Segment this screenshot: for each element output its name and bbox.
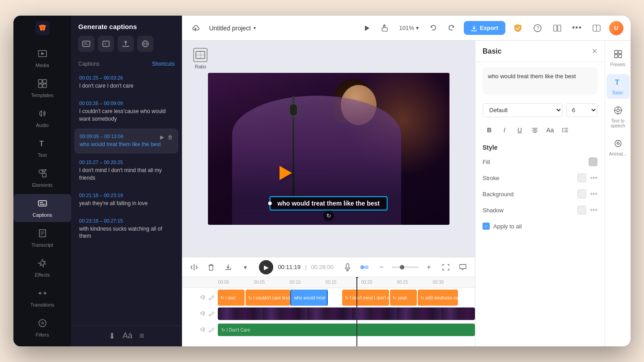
sidebar-item-captions[interactable]: Captions: [13, 194, 71, 222]
hand-tool-btn[interactable]: [378, 21, 392, 35]
sidebar-item-templates[interactable]: Templates: [13, 74, 71, 102]
track-volume-btn[interactable]: [200, 327, 206, 333]
font-case-btn[interactable]: Aa: [543, 123, 557, 137]
align-btn[interactable]: [528, 123, 542, 137]
caption-delete-btn[interactable]: 🗑: [168, 134, 173, 140]
ai-enhance-btn[interactable]: [358, 261, 371, 274]
shortcuts-link[interactable]: Shortcuts: [152, 61, 175, 67]
caption-chip[interactable]: ↻ yeah: [390, 290, 417, 306]
translate-btn[interactable]: Aá: [123, 331, 132, 341]
caption-chip[interactable]: ↻ I don': [218, 290, 245, 306]
panel-text-preview[interactable]: who would treat them like the best: [483, 67, 597, 94]
fill-color-swatch[interactable]: [589, 157, 597, 166]
play-mode-btn[interactable]: [360, 21, 374, 35]
sidebar-item-text[interactable]: T Text: [13, 134, 71, 162]
caption-chip-selected[interactable]: who would treat the...: [291, 290, 327, 306]
track-edit-btn[interactable]: [209, 327, 214, 333]
avatar[interactable]: U: [609, 21, 623, 35]
track-volume-btn[interactable]: [200, 295, 206, 301]
playhead[interactable]: [356, 277, 357, 346]
zoom-control[interactable]: 101% ▾: [396, 23, 423, 33]
sidebar-item-label: Text: [38, 152, 47, 158]
apply-all-checkbox[interactable]: ✓: [483, 223, 490, 230]
project-name[interactable]: Untitled project ▾: [209, 25, 255, 32]
caption-tab-upload[interactable]: [118, 36, 134, 52]
more-clip-options[interactable]: ▾: [238, 261, 252, 274]
svg-rect-17: [83, 41, 90, 46]
timeline-play-btn[interactable]: ▶: [259, 260, 273, 274]
undo-btn[interactable]: [426, 21, 441, 35]
bold-btn[interactable]: B: [483, 123, 496, 137]
shadow-color-swatch[interactable]: [577, 206, 586, 215]
caption-chip[interactable]: ↻ I don't mind I don't mi: [342, 290, 389, 306]
track-edit-btn[interactable]: [209, 311, 214, 317]
tts-tab[interactable]: Text to speech: [606, 102, 630, 132]
caption-tab-text[interactable]: T: [98, 36, 114, 52]
mic-record-btn[interactable]: [341, 261, 354, 274]
track-edit-btn[interactable]: [209, 295, 214, 301]
sidebar-item-elements[interactable]: Elements: [13, 164, 71, 192]
shield-btn[interactable]: [511, 21, 525, 35]
italic-btn[interactable]: I: [498, 123, 511, 137]
split-clip-btn[interactable]: [187, 261, 201, 274]
delete-btn[interactable]: [204, 261, 218, 274]
background-color-swatch[interactable]: [577, 189, 586, 198]
track-volume-btn[interactable]: [200, 311, 206, 317]
cloud-save-btn[interactable]: [189, 21, 203, 35]
caption-chip[interactable]: ↻ with kindness su: [418, 290, 458, 306]
split-view-btn[interactable]: [589, 21, 604, 35]
sidebar-item-transcript[interactable]: Transcript: [13, 224, 71, 252]
refresh-btn[interactable]: ↻: [323, 210, 334, 221]
font-family-select[interactable]: Default Arial Helvetica: [483, 103, 563, 117]
list-item[interactable]: 00:01:25 – 00:03:26 I don't care I don't…: [75, 71, 178, 94]
redo-btn[interactable]: [444, 21, 458, 35]
ratio-button[interactable]: Ratio: [189, 48, 212, 69]
audio-track-content[interactable]: ↻ I Don't Care: [218, 324, 475, 336]
video-track-content[interactable]: [218, 307, 475, 320]
font-size-select[interactable]: 6 8 10 12 14: [566, 103, 597, 117]
caption-time: 00:15:27 – 00:20:25: [79, 160, 174, 165]
layout-btn[interactable]: [550, 21, 564, 35]
more-btn[interactable]: •••: [570, 21, 584, 35]
zoom-out-btn[interactable]: −: [375, 261, 388, 274]
app-logo[interactable]: [34, 21, 51, 35]
stroke-more-btn[interactable]: •••: [590, 174, 597, 182]
export-clip-btn[interactable]: [221, 261, 235, 274]
sidebar-item-audio[interactable]: Audio: [13, 104, 71, 132]
underline-btn[interactable]: U: [513, 123, 526, 137]
list-item[interactable]: 00:15:27 – 00:20:25 I don't mind I don't…: [75, 155, 178, 186]
sidebar-item-filters[interactable]: Filters: [13, 314, 71, 342]
help-btn[interactable]: ?: [530, 21, 545, 35]
list-item[interactable]: 00:03:26 – 00:09:09 I couldn't care less…: [75, 96, 178, 127]
basic-tab[interactable]: T Basic: [606, 74, 630, 99]
sidebar-item-effects[interactable]: Effects: [13, 254, 71, 282]
download-btn[interactable]: ⬇: [109, 331, 115, 341]
caption-play-btn[interactable]: ▶: [160, 134, 164, 140]
list-item[interactable]: 00:23:19 – 00:27:15 with kindness sucks …: [75, 214, 178, 245]
caption-tab-translate[interactable]: [137, 36, 153, 52]
zoom-slider[interactable]: [392, 266, 419, 268]
caption-chip[interactable]: ↻ I couldn't care less'cause: [246, 290, 290, 306]
panel-close-btn[interactable]: ✕: [592, 47, 597, 55]
caption-tab-auto[interactable]: [78, 36, 94, 52]
caption-text: who would treat them like the best: [80, 141, 173, 148]
background-more-btn[interactable]: •••: [590, 190, 597, 198]
total-time: 00:28:00: [311, 264, 334, 270]
presets-tab[interactable]: Presets: [606, 46, 630, 71]
settings-btn[interactable]: ≡: [140, 331, 144, 341]
list-item[interactable]: 00:09:09 – 00:13:04 ▶ 🗑 who would treat …: [75, 129, 178, 153]
sidebar-item-media[interactable]: Media: [13, 44, 71, 72]
zoom-in-btn[interactable]: +: [422, 261, 436, 274]
animate-tab[interactable]: Animat...: [606, 135, 630, 160]
shadow-more-btn[interactable]: •••: [590, 206, 597, 214]
captions-icon: [38, 198, 47, 210]
fullscreen-btn[interactable]: [439, 261, 453, 274]
subtitle-overlay[interactable]: who would treat them like the best: [269, 196, 388, 210]
list-item[interactable]: 00:21:18 – 00:23:19 yeah they're all fal…: [75, 188, 178, 212]
chat-btn[interactable]: [456, 261, 470, 274]
line-spacing-btn[interactable]: [559, 123, 572, 137]
track-controls: [182, 327, 218, 333]
sidebar-item-transitions[interactable]: Transitions: [13, 284, 71, 312]
export-button[interactable]: Export: [464, 21, 505, 35]
stroke-color-swatch[interactable]: [577, 173, 586, 182]
